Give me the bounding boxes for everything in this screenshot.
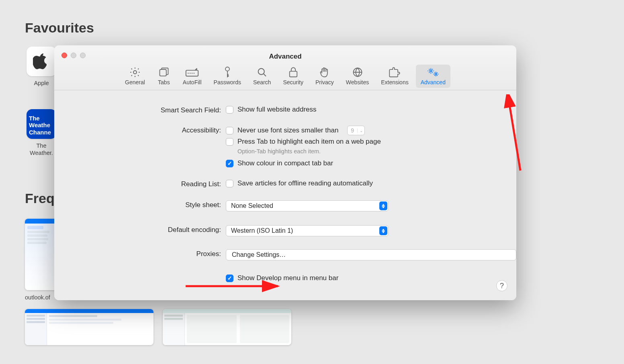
show-full-address-label: Show full website address bbox=[237, 106, 317, 114]
tab-search[interactable]: Search bbox=[248, 65, 276, 88]
bookmark-label: Apple bbox=[34, 79, 49, 87]
change-settings-label: Change Settings… bbox=[232, 251, 286, 258]
tab-label: General bbox=[125, 79, 145, 85]
tab-advanced[interactable]: Advanced bbox=[416, 65, 450, 88]
smart-search-label: Smart Search Field: bbox=[54, 106, 226, 114]
tab-label: Search bbox=[253, 79, 271, 85]
help-label: ? bbox=[500, 282, 504, 290]
help-button[interactable]: ? bbox=[496, 280, 507, 291]
save-offline-label: Save articles for offline reading automa… bbox=[237, 179, 373, 187]
reading-list-label: Reading List: bbox=[54, 179, 226, 188]
empty-label bbox=[54, 274, 226, 275]
bookmark-weather[interactable]: The Weathe Channe The Weather. bbox=[25, 109, 58, 157]
proxies-label: Proxies: bbox=[54, 249, 226, 258]
tab-general[interactable]: General bbox=[120, 65, 150, 88]
change-settings-button[interactable]: Change Settings… bbox=[226, 249, 516, 260]
show-colour-checkbox[interactable] bbox=[226, 160, 233, 167]
svg-point-4 bbox=[258, 69, 264, 75]
tab-label: Advanced bbox=[421, 79, 446, 85]
bookmark-label: The Weather. bbox=[25, 142, 58, 157]
site-thumb[interactable] bbox=[25, 309, 153, 345]
tab-label: Tabs bbox=[158, 79, 170, 85]
site-thumb[interactable] bbox=[25, 219, 57, 290]
save-offline-checkbox[interactable] bbox=[226, 180, 233, 187]
tab-label: Privacy bbox=[315, 79, 334, 85]
press-tab-checkbox[interactable] bbox=[226, 138, 233, 146]
search-icon bbox=[255, 66, 269, 78]
show-develop-checkbox[interactable] bbox=[226, 275, 233, 282]
hand-icon bbox=[318, 66, 331, 78]
tab-extensions[interactable]: Extensions bbox=[376, 65, 413, 88]
globe-icon bbox=[351, 66, 364, 78]
weather-channel-icon: The Weathe Channe bbox=[27, 109, 56, 139]
weather-line1: The bbox=[29, 115, 40, 122]
tab-label: AutoFill bbox=[183, 79, 202, 85]
favourites-heading: Favourites bbox=[25, 20, 94, 36]
style-sheet-value: None Selected bbox=[231, 202, 273, 209]
site-thumb[interactable] bbox=[163, 309, 291, 345]
weather-line2: Weathe bbox=[29, 122, 50, 128]
autofill-icon bbox=[185, 66, 199, 78]
svg-rect-5 bbox=[289, 71, 297, 77]
select-arrows-icon bbox=[379, 226, 387, 235]
tab-tabs[interactable]: Tabs bbox=[152, 65, 176, 88]
puzzle-icon bbox=[388, 66, 401, 78]
weather-line3: Channe bbox=[29, 129, 51, 136]
key-icon bbox=[221, 66, 234, 78]
select-arrows-icon bbox=[379, 201, 387, 210]
press-tab-label: Press Tab to highlight each item on a we… bbox=[237, 138, 381, 146]
gear-icon bbox=[128, 66, 142, 78]
tab-label: Extensions bbox=[381, 79, 408, 85]
font-size-stepper[interactable]: 9 ⌄ bbox=[347, 126, 365, 135]
show-colour-label: Show colour in compact tab bar bbox=[237, 159, 333, 167]
bookmark-apple[interactable]: Apple bbox=[25, 47, 58, 87]
window-title: Advanced bbox=[54, 53, 516, 61]
never-font-size-label: Never use font sizes smaller than bbox=[237, 126, 338, 134]
never-font-size-checkbox[interactable] bbox=[226, 127, 233, 134]
svg-point-8 bbox=[435, 73, 437, 75]
font-size-value: 9 bbox=[348, 127, 357, 134]
style-sheet-label: Style sheet: bbox=[54, 200, 226, 209]
style-sheet-select[interactable]: None Selected bbox=[226, 200, 389, 211]
show-develop-label: Show Develop menu in menu bar bbox=[237, 274, 338, 282]
default-encoding-select[interactable]: Western (ISO Latin 1) bbox=[226, 225, 389, 236]
tab-label: Passwords bbox=[214, 79, 241, 85]
preferences-window: Advanced General Tabs AutoFill bbox=[54, 45, 516, 300]
default-encoding-value: Western (ISO Latin 1) bbox=[231, 227, 293, 234]
thumb-label: outlook.of bbox=[25, 294, 50, 301]
accessibility-label: Accessibility: bbox=[54, 126, 226, 134]
tabs-icon bbox=[157, 66, 171, 78]
svg-point-3 bbox=[225, 67, 229, 71]
option-tab-hint: Option-Tab highlights each item. bbox=[237, 148, 516, 155]
svg-point-0 bbox=[133, 71, 137, 74]
tab-label: Websites bbox=[346, 79, 369, 85]
tab-websites[interactable]: Websites bbox=[341, 65, 374, 88]
gears-icon bbox=[426, 66, 440, 78]
svg-point-7 bbox=[430, 70, 432, 72]
tab-passwords[interactable]: Passwords bbox=[209, 65, 246, 88]
tab-autofill[interactable]: AutoFill bbox=[178, 65, 207, 88]
preferences-tabbar: General Tabs AutoFill Passwords bbox=[54, 65, 516, 88]
preferences-toolbar: Advanced General Tabs AutoFill bbox=[54, 45, 516, 90]
preferences-body: Smart Search Field: Show full website ad… bbox=[54, 90, 516, 300]
lock-icon bbox=[286, 66, 300, 78]
default-encoding-label: Default encoding: bbox=[54, 225, 226, 234]
tab-privacy[interactable]: Privacy bbox=[311, 65, 339, 88]
apple-logo-icon bbox=[27, 47, 56, 76]
tab-security[interactable]: Security bbox=[278, 65, 308, 88]
svg-rect-1 bbox=[160, 69, 166, 76]
show-full-address-checkbox[interactable] bbox=[226, 106, 233, 114]
chevron-down-icon: ⌄ bbox=[357, 128, 364, 133]
tab-label: Security bbox=[283, 79, 303, 85]
